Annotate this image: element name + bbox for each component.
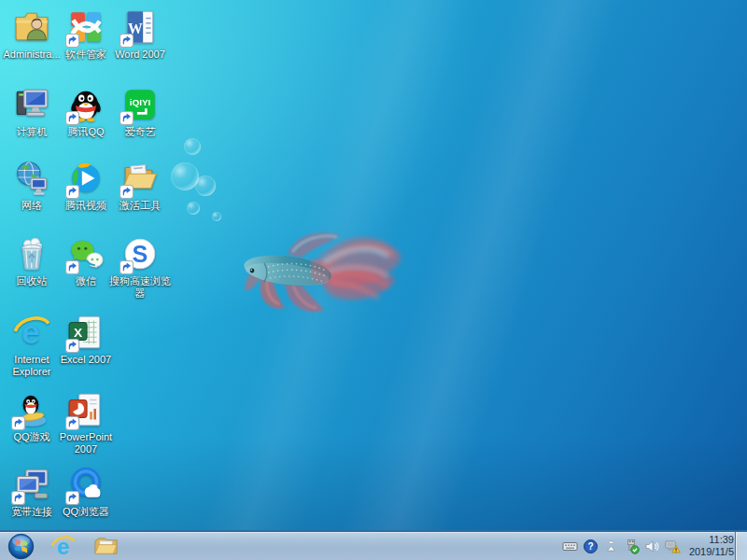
word-icon: W — [120, 7, 160, 47]
desktop-icon-iqiyi[interactable]: iQIYI爱奇艺 — [109, 85, 171, 138]
icon-label: 网络 — [1, 200, 63, 212]
taskbar-ie-button[interactable]: e — [41, 532, 84, 560]
desktop-icon-software-manager[interactable]: 软件管家 — [55, 7, 117, 61]
icon-label: Administra... — [1, 49, 63, 61]
icon-label: QQ浏览器 — [55, 506, 117, 518]
input-indicator-icon[interactable] — [562, 539, 578, 554]
svg-text:?: ? — [587, 541, 593, 552]
taskbar-explorer-button[interactable] — [84, 532, 127, 560]
desktop-icon-sogou-browser[interactable]: S搜狗高速浏览器 — [109, 234, 171, 300]
desktop-icon-administrator[interactable]: Administra... — [1, 7, 63, 61]
desktop[interactable]: Administra...软件管家WWord 2007计算机腾讯QQiQIYI爱… — [0, 0, 747, 560]
icon-label: PowerPoint 2007 — [55, 431, 117, 455]
svg-text:iQIYI: iQIYI — [130, 97, 151, 107]
icon-label: 腾讯QQ — [55, 126, 117, 138]
software-manager-icon — [66, 7, 106, 47]
powerpoint-icon — [66, 390, 106, 429]
ie-icon: e — [50, 534, 76, 559]
icon-label: 软件管家 — [55, 49, 117, 61]
desktop-icon-qq-games[interactable]: QQ游戏 — [1, 390, 63, 443]
help-icon[interactable]: ? — [583, 539, 599, 554]
broadband-icon — [12, 465, 51, 504]
desktop-icon-tencent-qq[interactable]: 腾讯QQ — [55, 85, 117, 138]
taskbar: e ? — [0, 530, 747, 560]
recycle-bin-icon — [12, 234, 51, 273]
show-hidden-icons-icon[interactable] — [603, 539, 619, 554]
icon-label: Word 2007 — [109, 49, 171, 61]
volume-icon[interactable] — [644, 539, 660, 554]
ie-icon: e — [12, 313, 51, 352]
desktop-icon-internet-explorer[interactable]: eInternet Explorer — [1, 313, 63, 378]
icon-label: 激活工具 — [109, 200, 171, 212]
desktop-icon-powerpoint-2007[interactable]: PowerPoint 2007 — [55, 390, 117, 455]
qq-icon — [66, 85, 106, 124]
icon-label: 微信 — [55, 275, 117, 287]
desktop-icon-excel-2007[interactable]: XExcel 2007 — [55, 313, 117, 366]
folder-icon — [93, 534, 119, 559]
svg-text:S: S — [133, 241, 148, 267]
network-icon — [12, 159, 51, 198]
open-folder-icon — [120, 159, 160, 198]
desktop-icon-broadband[interactable]: 宽带连接 — [1, 465, 63, 518]
admin-folder-icon — [12, 7, 51, 47]
network-warning-icon[interactable] — [665, 539, 681, 554]
desktop-icon-network[interactable]: 网络 — [1, 159, 63, 212]
start-button[interactable] — [0, 532, 41, 560]
usb-device-icon[interactable] — [624, 539, 640, 554]
qq-browser-icon — [66, 465, 106, 504]
computer-icon — [12, 85, 51, 124]
iqiyi-icon: iQIYI — [120, 85, 160, 124]
qq-game-icon — [12, 390, 51, 429]
tray-clock[interactable]: 11:39 2019/11/5 — [689, 534, 734, 558]
icon-label: 宽带连接 — [1, 506, 63, 518]
icon-label: Internet Explorer — [1, 354, 63, 378]
tencent-video-icon — [66, 159, 106, 198]
icon-label: 计算机 — [1, 126, 63, 138]
clock-time: 11:39 — [689, 534, 734, 546]
show-desktop-button[interactable] — [735, 532, 747, 560]
desktop-icon-wechat[interactable]: 微信 — [55, 234, 117, 287]
desktop-icon-grid: Administra...软件管家WWord 2007计算机腾讯QQiQIYI爱… — [0, 0, 747, 560]
icon-label: 回收站 — [1, 275, 63, 287]
desktop-icon-qq-browser[interactable]: QQ浏览器 — [55, 465, 117, 518]
windows-start-icon — [7, 532, 35, 560]
icon-label: QQ游戏 — [1, 431, 63, 443]
clock-date: 2019/11/5 — [689, 546, 734, 558]
desktop-icon-word-2007[interactable]: WWord 2007 — [109, 7, 171, 61]
icon-label: 搜狗高速浏览器 — [109, 275, 171, 300]
desktop-icon-tencent-video[interactable]: 腾讯视频 — [55, 159, 117, 212]
svg-text:X: X — [74, 326, 82, 340]
desktop-icon-computer[interactable]: 计算机 — [1, 85, 63, 138]
icon-label: 爱奇艺 — [109, 126, 171, 138]
icon-label: Excel 2007 — [55, 354, 117, 366]
excel-icon: X — [66, 313, 106, 352]
icon-label: 腾讯视频 — [55, 200, 117, 212]
sogou-icon: S — [120, 234, 160, 273]
desktop-icon-activation-tools[interactable]: 激活工具 — [109, 159, 171, 212]
wechat-icon — [66, 234, 106, 273]
desktop-icon-recycle-bin[interactable]: 回收站 — [1, 234, 63, 287]
